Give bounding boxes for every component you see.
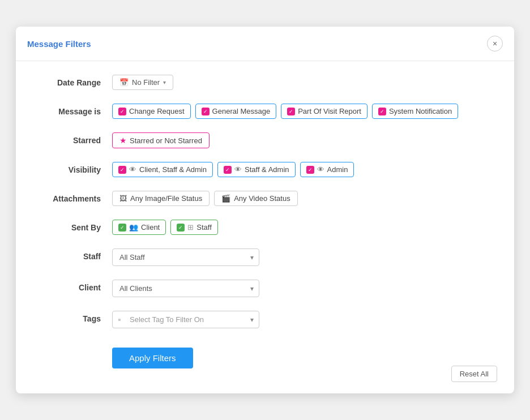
starred-value: Starred or Not Starred [130, 136, 202, 145]
staff-row: Staff All Staff [39, 248, 491, 266]
client-row: Client All Clients [39, 280, 491, 297]
staff-sent-by-checkbox: ✓ [177, 224, 185, 232]
staff-admin-checkbox: ✓ [224, 166, 232, 174]
starred-controls: ★ Starred or Not Starred [112, 132, 491, 148]
close-button[interactable]: × [487, 36, 503, 52]
change-request-label: Change Request [129, 107, 185, 115]
client-label: Client [39, 280, 112, 292]
sent-by-row: Sent By ✓ 👥 Client ✓ ⊞ Staff [39, 220, 491, 235]
date-range-controls: 📅 No Filter ▾ [112, 75, 491, 90]
apply-filters-button[interactable]: Apply Filters [112, 348, 193, 368]
video-status-label: Any Video Status [234, 194, 290, 203]
message-is-label: Message is [39, 104, 112, 116]
client-select[interactable]: All Clients [112, 280, 259, 297]
video-status-pill[interactable]: 🎬 Any Video Status [214, 191, 298, 206]
tags-label: Tags [39, 311, 112, 323]
client-staff-admin-checkbox: ✓ [118, 166, 126, 174]
date-range-row: Date Range 📅 No Filter ▾ [39, 75, 491, 90]
eye-icon-1: 👁 [129, 165, 136, 174]
client-controls: All Clients [112, 280, 491, 297]
system-notification-label: System Notification [389, 107, 452, 115]
part-of-visit-report-label: Part Of Visit Report [298, 107, 361, 115]
client-sent-by-checkbox: ✓ [118, 224, 126, 232]
sent-by-label: Sent By [39, 220, 112, 232]
part-of-visit-report-checkbox: ✓ [287, 108, 295, 115]
date-range-value: No Filter [132, 78, 160, 87]
change-request-checkbox: ✓ [118, 108, 126, 115]
part-of-visit-report-pill[interactable]: ✓ Part Of Visit Report [281, 104, 367, 119]
calendar-icon: 📅 [119, 78, 129, 87]
modal-header: Message Filters × [16, 27, 514, 61]
staff-select[interactable]: All Staff [112, 248, 259, 266]
apply-filters-container: Apply Filters [39, 342, 491, 368]
message-is-row: Message is ✓ Change Request ✓ General Me… [39, 104, 491, 119]
change-request-pill[interactable]: ✓ Change Request [112, 104, 191, 119]
eye-icon-2: 👁 [234, 165, 242, 174]
tags-row: Tags Select Tag To Filter On [39, 311, 491, 328]
tags-select-wrapper: Select Tag To Filter On [112, 311, 259, 328]
attachments-controls: 🖼 Any Image/File Status 🎬 Any Video Stat… [112, 191, 491, 206]
dropdown-caret: ▾ [163, 79, 166, 85]
reset-all-button[interactable]: Reset All [451, 366, 497, 382]
modal-title: Message Filters [27, 39, 91, 49]
image-icon: 🖼 [119, 194, 127, 203]
sent-by-controls: ✓ 👥 Client ✓ ⊞ Staff [112, 220, 491, 235]
visibility-controls: ✓ 👁 Client, Staff & Admin ✓ 👁 Staff & Ad… [112, 162, 491, 177]
attachments-label: Attachments [39, 191, 112, 203]
form-body: Date Range 📅 No Filter ▾ Message is ✓ Ch… [16, 61, 514, 382]
system-notification-checkbox: ✓ [378, 108, 386, 115]
system-notification-pill[interactable]: ✓ System Notification [372, 104, 458, 119]
client-sent-by-pill[interactable]: ✓ 👥 Client [112, 220, 166, 235]
staff-label: Staff [39, 248, 112, 261]
date-range-dropdown[interactable]: 📅 No Filter ▾ [112, 75, 173, 90]
staff-sent-by-pill[interactable]: ✓ ⊞ Staff [170, 220, 218, 235]
grid-icon: ⊞ [187, 223, 194, 232]
staff-admin-pill[interactable]: ✓ 👁 Staff & Admin [217, 162, 296, 177]
message-is-controls: ✓ Change Request ✓ General Message ✓ Par… [112, 104, 491, 119]
eye-icon-3: 👁 [317, 165, 324, 174]
starred-label: Starred [39, 132, 112, 145]
message-filters-modal: Message Filters × Date Range 📅 No Filter… [16, 27, 514, 393]
staff-controls: All Staff [112, 248, 491, 266]
general-message-checkbox: ✓ [202, 108, 210, 115]
visibility-row: Visibility ✓ 👁 Client, Staff & Admin ✓ 👁… [39, 162, 491, 177]
image-status-label: Any Image/File Status [130, 194, 202, 203]
general-message-pill[interactable]: ✓ General Message [195, 104, 277, 119]
visibility-label: Visibility [39, 162, 112, 174]
tags-select[interactable]: Select Tag To Filter On [112, 311, 259, 328]
date-range-label: Date Range [39, 75, 112, 87]
tags-controls: Select Tag To Filter On [112, 311, 491, 328]
star-icon: ★ [119, 136, 127, 145]
starred-pill[interactable]: ★ Starred or Not Starred [112, 132, 210, 148]
admin-pill[interactable]: ✓ 👁 Admin [300, 162, 354, 177]
staff-sent-by-label: Staff [196, 223, 212, 232]
staff-admin-label: Staff & Admin [245, 165, 289, 174]
starred-row: Starred ★ Starred or Not Starred [39, 132, 491, 148]
admin-label: Admin [327, 165, 348, 174]
client-staff-admin-pill[interactable]: ✓ 👁 Client, Staff & Admin [112, 162, 213, 177]
staff-select-wrapper: All Staff [112, 248, 259, 266]
client-sent-by-label: Client [141, 223, 160, 232]
client-staff-admin-label: Client, Staff & Admin [139, 165, 207, 174]
people-icon: 👥 [129, 223, 138, 232]
video-icon: 🎬 [221, 194, 230, 203]
general-message-label: General Message [212, 107, 271, 115]
image-status-pill[interactable]: 🖼 Any Image/File Status [112, 191, 210, 206]
attachments-row: Attachments 🖼 Any Image/File Status 🎬 An… [39, 191, 491, 206]
client-select-wrapper: All Clients [112, 280, 259, 297]
admin-checkbox: ✓ [306, 166, 314, 174]
